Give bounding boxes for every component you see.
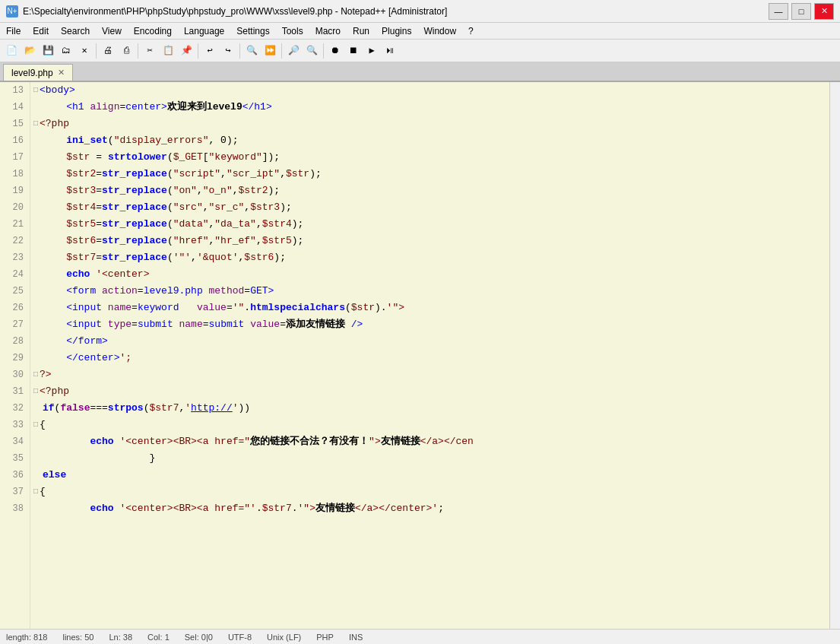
line-content: ?> <box>40 366 52 383</box>
cut-button[interactable]: ✂ <box>141 43 158 59</box>
menu-search[interactable]: Search <box>55 23 96 39</box>
menu-window[interactable]: Window <box>417 23 462 39</box>
line-content: $str6=str_replace("href","hr_ef",$str5); <box>43 233 303 249</box>
menu-run[interactable]: Run <box>347 23 376 39</box>
line-content: <body> <box>40 82 75 99</box>
line-number: 28 <box>6 333 24 350</box>
zoom-in-button[interactable]: 🔎 <box>285 43 302 59</box>
menu-language[interactable]: Language <box>178 23 230 39</box>
code-area[interactable]: 1314151617181920212223242526272829303132… <box>0 82 840 629</box>
menu-settings[interactable]: Settings <box>230 23 275 39</box>
line-number: 33 <box>6 417 24 433</box>
line-content: <?php <box>40 383 69 400</box>
code-line: $str4=str_replace("src","sr_c",$str3); <box>33 199 826 216</box>
line-number: 36 <box>6 467 24 484</box>
line-content: { <box>40 484 46 500</box>
find-next-button[interactable]: ⏩ <box>262 43 278 59</box>
line-content: $str5=str_replace("data","da_ta",$str4); <box>43 216 303 233</box>
macro-play-button[interactable]: ▶ <box>363 43 380 59</box>
code-line: <input name=keyword value='".htmlspecial… <box>33 300 826 316</box>
redo-button[interactable]: ↪ <box>220 43 236 59</box>
line-number: 32 <box>6 400 24 417</box>
line-number: 35 <box>6 450 24 467</box>
code-line: echo '<center><BR><a href="您的链接不合法？有没有！"… <box>33 433 826 450</box>
status-eol: Unix (LF) <box>267 633 301 642</box>
line-content: <input name=keyword value='".htmlspecial… <box>43 300 404 316</box>
code-line: $str7=str_replace('"','&quot',$str6); <box>33 249 826 266</box>
scrollbar-vertical[interactable] <box>829 82 840 629</box>
separator-3 <box>198 43 198 59</box>
copy-button[interactable]: 📋 <box>160 43 176 59</box>
separator-2 <box>138 43 138 59</box>
tabbar: level9.php ✕ <box>0 62 840 82</box>
close-button[interactable]: ✕ <box>814 3 834 20</box>
menu-encoding[interactable]: Encoding <box>128 23 178 39</box>
line-content: <form action=level9.php method=GET> <box>43 283 274 300</box>
line-content: if(false===strpos($str7,'http://')) <box>43 400 250 417</box>
fold-marker[interactable]: □ <box>33 417 38 433</box>
fold-marker[interactable]: □ <box>33 383 38 400</box>
code-line: □?> <box>33 366 826 383</box>
close-button-tb[interactable]: ✕ <box>76 43 93 59</box>
save-all-button[interactable]: 🗂 <box>58 43 74 59</box>
status-encoding: UTF-8 <box>228 633 252 642</box>
code-line: echo '<center> <box>33 266 826 283</box>
fold-marker[interactable]: □ <box>33 484 38 500</box>
fold-marker[interactable]: □ <box>33 116 38 132</box>
line-number: 16 <box>6 132 24 149</box>
code-line: $str2=str_replace("script","scr_ipt",$st… <box>33 166 826 182</box>
line-content: $str7=str_replace('"','&quot',$str6); <box>43 249 286 266</box>
code-content[interactable]: □<body> <h1 align=center>欢迎来到level9</h1>… <box>30 82 829 629</box>
print-now-button[interactable]: ⎙ <box>118 43 135 59</box>
menu-help[interactable]: ? <box>462 23 480 39</box>
line-content: { <box>40 417 46 433</box>
line-number: 24 <box>6 266 24 283</box>
menu-macro[interactable]: Macro <box>309 23 347 39</box>
fold-marker[interactable]: □ <box>33 82 38 99</box>
fold-marker[interactable]: □ <box>33 366 38 383</box>
tab-level9[interactable]: level9.php ✕ <box>3 64 73 81</box>
new-button[interactable]: 📄 <box>3 43 20 59</box>
minimize-button[interactable]: — <box>769 3 788 20</box>
find-button[interactable]: 🔍 <box>243 43 260 59</box>
line-content: <h1 align=center>欢迎来到level9</h1> <box>43 99 272 116</box>
line-number: 14 <box>6 99 24 116</box>
menu-file[interactable]: File <box>0 23 27 39</box>
line-content: $str = strtolower($_GET["keyword"]); <box>43 149 280 166</box>
code-line: <input type=submit name=submit value=添加友… <box>33 316 826 333</box>
status-length: length: 818 <box>6 633 47 642</box>
code-line: □<body> <box>33 82 826 99</box>
menu-tools[interactable]: Tools <box>276 23 309 39</box>
line-number: 20 <box>6 199 24 216</box>
line-number: 13 <box>6 82 24 99</box>
menu-view[interactable]: View <box>96 23 128 39</box>
line-number: 26 <box>6 300 24 316</box>
toolbar: 📄 📂 💾 🗂 ✕ 🖨 ⎙ ✂ 📋 📌 ↩ ↪ 🔍 ⏩ 🔎 🔍 ⏺ ⏹ ▶ ⏯ <box>0 40 840 62</box>
line-number: 29 <box>6 350 24 366</box>
window-title: E:\Specialty\environment\PHP\phpStudy\ph… <box>23 6 447 17</box>
line-content: $str2=str_replace("script","scr_ipt",$st… <box>43 166 322 182</box>
menu-edit[interactable]: Edit <box>27 23 55 39</box>
paste-button[interactable]: 📌 <box>178 43 195 59</box>
line-content: <input type=submit name=submit value=添加友… <box>43 316 363 333</box>
maximize-button[interactable]: □ <box>791 3 811 20</box>
line-number: 23 <box>6 249 24 266</box>
print-button[interactable]: 🖨 <box>100 43 116 59</box>
macro-run-button[interactable]: ⏯ <box>382 43 398 59</box>
line-content: $str4=str_replace("src","sr_c",$str3); <box>43 199 292 216</box>
tab-close-icon[interactable]: ✕ <box>58 68 65 78</box>
save-button[interactable]: 💾 <box>40 43 56 59</box>
status-type: PHP <box>316 633 334 642</box>
code-line: $str3=str_replace("on","o_n",$str2); <box>33 182 826 199</box>
menu-plugins[interactable]: Plugins <box>376 23 417 39</box>
open-button[interactable]: 📂 <box>21 43 38 59</box>
separator-4 <box>239 43 240 59</box>
macro-rec-button[interactable]: ⏺ <box>327 43 344 59</box>
status-ins: INS <box>349 633 363 642</box>
macro-stop-button[interactable]: ⏹ <box>345 43 362 59</box>
undo-button[interactable]: ↩ <box>201 43 218 59</box>
line-content: </form> <box>43 333 108 350</box>
menubar: File Edit Search View Encoding Language … <box>0 23 840 40</box>
zoom-out-button[interactable]: 🔍 <box>303 43 320 59</box>
status-sel: Sel: 0|0 <box>185 633 213 642</box>
